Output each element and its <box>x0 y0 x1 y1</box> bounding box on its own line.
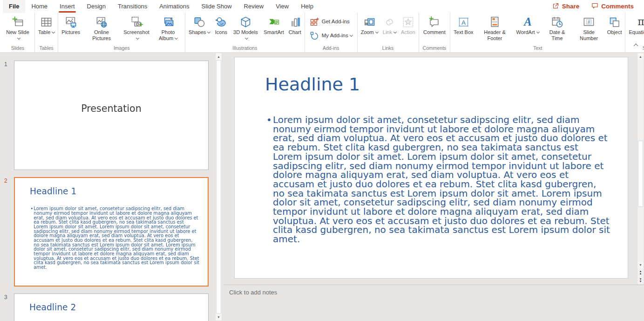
slide-thumbnail-1: 1 Presentation <box>14 61 210 170</box>
date-time-icon <box>551 15 563 29</box>
text-box-icon: A <box>457 15 470 29</box>
share-button[interactable]: Share <box>549 1 583 12</box>
slide-canvas[interactable]: Headline 1 •Lorem ipsum dolor sit amet, … <box>234 57 628 279</box>
ribbon-group-slides: New SlideSlides <box>1 13 35 52</box>
ribbon-button-3d-models[interactable]: 3D Models <box>230 13 261 45</box>
get-addins-icon <box>310 17 319 27</box>
collapse-ribbon-button[interactable] <box>628 13 644 52</box>
chevron-down-icon <box>207 30 210 34</box>
slide-2-title: Headline 1 <box>30 186 76 197</box>
scrollbar-thumb[interactable] <box>638 141 643 207</box>
next-slide-button[interactable]: ▼▼ <box>637 276 644 284</box>
ribbon-button-wordart[interactable]: AWordArt <box>514 13 542 45</box>
chevron-down-icon <box>136 36 139 40</box>
ribbon-button-link[interactable]: Link <box>380 13 399 45</box>
workspace: 1 Presentation 2 Headline 1 •Lorem ipsum <box>0 53 644 321</box>
menu-tab-file[interactable]: File <box>3 0 25 13</box>
ribbon-groups: New SlideSlidesTableTablesPicturesOnline… <box>1 13 628 52</box>
slide-number-label: 2 <box>4 178 7 184</box>
ribbon-button-shapes[interactable]: Shapes <box>186 13 212 45</box>
scroll-up-button[interactable]: ▲ <box>637 53 644 60</box>
ribbon-button-header-and-footer[interactable]: Header & Footer <box>476 13 514 45</box>
comments-icon <box>591 2 598 11</box>
ribbon-button-chart[interactable]: Chart <box>286 13 304 45</box>
slide-3-preview: Headline 2 <box>14 294 208 321</box>
ribbon-group-label: Illustrations <box>186 45 304 53</box>
ribbon-button-online-pictures[interactable]: Online Pictures <box>82 13 121 45</box>
share-icon <box>552 2 559 11</box>
bullet: • <box>30 206 33 211</box>
slide-number-label: 1 <box>4 61 7 68</box>
slide-3-thumbnail[interactable]: Headline 2 <box>14 294 209 321</box>
slide-2-preview: Headline 1 •Lorem ipsum dolor sit amet, … <box>15 178 209 287</box>
ribbon-group-label: Links <box>359 45 418 53</box>
slide-1-title: Presentation <box>81 103 142 114</box>
scrollbar-track[interactable] <box>216 60 222 314</box>
thumbnail-panel-scrollbar: ▲ ▼ <box>215 53 222 321</box>
menu-tab-animations[interactable]: Animations <box>153 0 195 13</box>
ribbon-button-comment[interactable]: Comment <box>421 13 448 45</box>
ribbon-group-label: Add-ins <box>306 45 356 53</box>
ribbon-button-pictures[interactable]: Pictures <box>59 13 82 45</box>
slide-editor: Headline 1 •Lorem ipsum dolor sit amet, … <box>224 53 644 285</box>
ribbon-button-new-slide[interactable]: New Slide <box>2 13 34 45</box>
action-icon <box>402 15 414 29</box>
titlebar-actions: Share Comments <box>549 1 641 12</box>
previous-slide-button[interactable]: ▲▲ <box>637 268 644 276</box>
ribbon-button-icons[interactable]: Icons <box>212 13 230 45</box>
ribbon-button-my-add-ins[interactable]: My Add-ins <box>309 31 353 41</box>
header-footer-icon <box>488 15 501 29</box>
slide-1-thumbnail[interactable]: Presentation <box>14 61 209 170</box>
scrollbar-thumb[interactable] <box>216 60 221 314</box>
ribbon-button-slide-number[interactable]: #Slide Number <box>573 13 605 45</box>
chart-icon <box>289 15 301 29</box>
menu-tab-design[interactable]: Design <box>81 0 112 13</box>
slide-thumbnail-2: 2 Headline 1 •Lorem ipsum dolor sit amet… <box>14 177 210 287</box>
ribbon-button-date-and-time[interactable]: Date & Time <box>542 13 573 45</box>
scroll-down-button[interactable]: ▼ <box>637 261 644 268</box>
ribbon-group-links: ZoomLinkActionLinks <box>358 13 419 52</box>
menu-tab-slide-show[interactable]: Slide Show <box>196 0 238 13</box>
slide-2-thumbnail[interactable]: Headline 1 •Lorem ipsum dolor sit amet, … <box>14 177 209 287</box>
ribbon-button-zoom[interactable]: Zoom <box>359 13 380 45</box>
chevron-down-icon <box>350 34 353 37</box>
smartart-icon <box>268 15 280 29</box>
menu-tab-view[interactable]: View <box>270 0 295 13</box>
slide-thumbnail-3: 3 Headline 2 <box>14 294 210 321</box>
menu-bar: FileHomeInsertDesignTransitionsAnimation… <box>0 0 644 13</box>
ribbon-button-text-box[interactable]: AText Box <box>451 13 475 45</box>
ribbon-button-smartart[interactable]: SmartArt <box>261 13 286 45</box>
ribbon-button-get-add-ins[interactable]: Get Add-ins <box>309 17 351 27</box>
chevron-down-icon <box>393 30 397 34</box>
slide-content: Headline 1 •Lorem ipsum dolor sit amet, … <box>235 57 628 278</box>
slide-title-placeholder[interactable]: Headline 1 <box>265 74 360 95</box>
scrollbar-track[interactable] <box>637 60 644 261</box>
menu-tab-help[interactable]: Help <box>295 0 319 13</box>
notes-pane[interactable]: Click to add notes <box>224 285 644 321</box>
chevron-down-icon <box>175 36 178 40</box>
scroll-down-button[interactable]: ▼ <box>216 314 222 321</box>
chevron-down-icon <box>52 30 55 34</box>
slide-3-title: Headline 2 <box>29 302 76 313</box>
menu-tab-transitions[interactable]: Transitions <box>112 0 153 13</box>
object-icon <box>608 15 621 29</box>
ribbon-button-photo-album[interactable]: Photo Album <box>152 13 184 45</box>
ribbon-button-table[interactable]: Table <box>36 13 57 45</box>
scroll-up-button[interactable]: ▲ <box>216 53 222 60</box>
ribbon-button-action[interactable]: Action <box>399 13 418 45</box>
slide-number-label: 3 <box>4 294 7 301</box>
comments-button[interactable]: Comments <box>589 1 637 12</box>
menu-tab-insert[interactable]: Insert <box>54 0 81 13</box>
photo-album-icon <box>162 15 175 29</box>
ribbon-group-add-ins: Get Add-insMy Add-insAdd-ins <box>305 13 358 52</box>
menu-tab-review[interactable]: Review <box>238 0 270 13</box>
menu-tab-home[interactable]: Home <box>25 0 54 13</box>
svg-text:A: A <box>523 16 532 28</box>
ribbon-group-comments: CommentComments <box>419 13 451 52</box>
ribbon-button-screenshot[interactable]: Screenshot <box>121 13 152 45</box>
ribbon-button-object[interactable]: Object <box>605 13 624 45</box>
wordart-icon: A <box>522 15 534 29</box>
ribbon: New SlideSlidesTableTablesPicturesOnline… <box>0 13 644 53</box>
ribbon-group-label: Slides <box>2 45 34 53</box>
slide-body-placeholder[interactable]: •Lorem ipsum dolor sit amet, consetetur … <box>264 116 610 244</box>
